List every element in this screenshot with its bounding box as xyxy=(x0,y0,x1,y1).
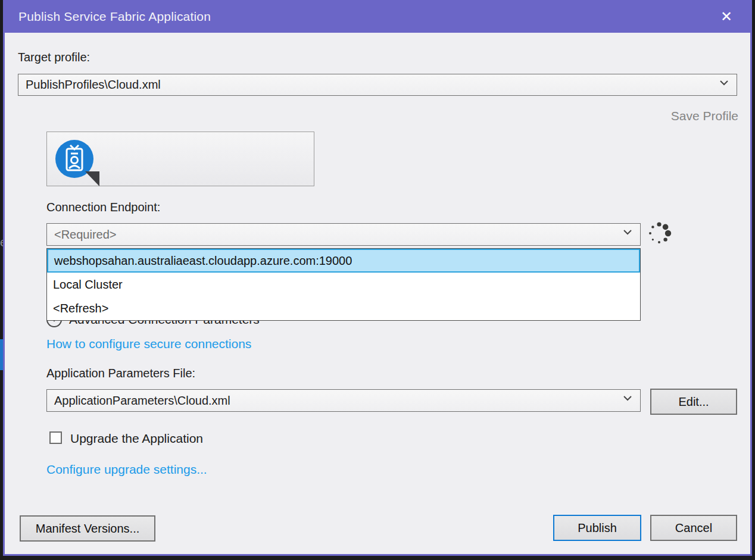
dialog-title: Publish Service Fabric Application xyxy=(3,10,211,24)
publish-dialog: Publish Service Fabric Application ✕ Tar… xyxy=(3,0,752,556)
upgrade-checkbox-label: Upgrade the Application xyxy=(70,431,203,446)
connection-endpoint-dropdown: webshopsahan.australiaeast.cloudapp.azur… xyxy=(46,248,641,321)
secure-connections-link[interactable]: How to configure secure connections xyxy=(46,337,251,351)
connection-endpoint-label: Connection Endpoint: xyxy=(46,201,160,214)
target-profile-value: PublishProfiles\Cloud.xml xyxy=(26,78,161,92)
application-parameters-combobox[interactable]: ApplicationParameters\Cloud.xml xyxy=(46,389,641,412)
save-profile-link[interactable]: Save Profile xyxy=(671,109,738,123)
close-icon: ✕ xyxy=(720,8,732,25)
account-dropdown-caret-icon xyxy=(85,171,99,186)
chevron-down-icon xyxy=(623,396,632,401)
account-picker[interactable] xyxy=(46,132,314,186)
endpoint-option-0[interactable]: webshopsahan.australiaeast.cloudapp.azur… xyxy=(47,249,640,273)
chevron-down-icon xyxy=(623,230,632,235)
configure-upgrade-link[interactable]: Configure upgrade settings... xyxy=(46,462,207,477)
target-profile-label: Target profile: xyxy=(18,51,90,64)
edit-button[interactable]: Edit... xyxy=(650,389,737,415)
manifest-versions-button[interactable]: Manifest Versions... xyxy=(20,515,155,542)
endpoint-option-2[interactable]: <Refresh> xyxy=(47,296,640,320)
loading-spinner-icon xyxy=(645,219,673,248)
target-profile-combobox[interactable]: PublishProfiles\Cloud.xml xyxy=(18,74,737,96)
titlebar: Publish Service Fabric Application xyxy=(3,0,752,33)
connection-endpoint-combobox[interactable]: <Required> xyxy=(46,223,641,246)
cancel-button[interactable]: Cancel xyxy=(650,515,737,541)
close-button[interactable]: ✕ xyxy=(713,0,740,33)
application-parameters-value: ApplicationParameters\Cloud.xml xyxy=(54,394,230,408)
upgrade-checkbox[interactable] xyxy=(49,431,62,444)
publish-button[interactable]: Publish xyxy=(553,515,641,541)
connection-endpoint-value: <Required> xyxy=(54,228,117,242)
application-parameters-label: Application Parameters File: xyxy=(46,367,195,380)
chevron-down-icon xyxy=(720,80,728,86)
endpoint-option-1[interactable]: Local Cluster xyxy=(47,273,640,296)
